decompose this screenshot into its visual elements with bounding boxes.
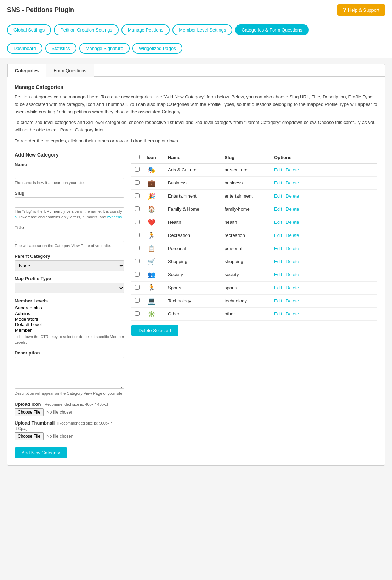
nav-categories-form-questions[interactable]: Categories & Form Questions (235, 24, 308, 35)
row-checkbox-11[interactable] (135, 311, 140, 316)
nav-member-level-settings[interactable]: Member Level Settings (172, 24, 232, 35)
description-textarea[interactable] (15, 357, 124, 389)
nav-manage-signature[interactable]: Manage Signature (79, 43, 130, 54)
edit-category-link[interactable]: Edit (274, 233, 282, 238)
row-checkbox-3[interactable] (135, 206, 140, 211)
row-checkbox-cell (131, 176, 143, 189)
category-icon: 🛒 (147, 258, 157, 266)
member-level-superadmins[interactable]: Superadmins (15, 305, 124, 311)
row-checkbox-0[interactable] (135, 167, 140, 172)
add-new-category-button[interactable]: Add New Category (15, 447, 67, 458)
row-name-cell: Health (164, 216, 221, 229)
row-slug-cell: personal (221, 242, 271, 255)
row-checkbox-9[interactable] (135, 285, 140, 290)
nav-petition-creation-settings[interactable]: Petition Creation Settings (54, 24, 119, 35)
row-name-cell: Technology (164, 294, 221, 307)
row-checkbox-10[interactable] (135, 298, 140, 303)
icon-file-status: No file chosen (46, 410, 73, 415)
nav-global-settings[interactable]: Global Settings (7, 24, 51, 35)
edit-category-link[interactable]: Edit (274, 259, 282, 264)
category-name: Other (168, 311, 180, 317)
row-checkbox-4[interactable] (135, 220, 140, 224)
slug-hint-hyphens-link[interactable]: hyphens (107, 215, 122, 219)
category-name: Entertainment (168, 193, 197, 199)
th-checkbox (131, 152, 143, 164)
th-options: Options (271, 152, 377, 164)
row-name-cell: Business (164, 176, 221, 189)
edit-category-link[interactable]: Edit (274, 246, 282, 251)
nav-dashboard[interactable]: Dashboard (7, 43, 42, 54)
row-checkbox-1[interactable] (135, 180, 140, 185)
delete-category-link[interactable]: Delete (286, 298, 299, 303)
nav-widgetized-pages[interactable]: Widgetized Pages (132, 43, 182, 54)
delete-category-link[interactable]: Delete (286, 246, 299, 251)
row-icon-cell: 💻 (143, 294, 164, 307)
row-checkbox-7[interactable] (135, 259, 140, 263)
title-input[interactable] (15, 232, 124, 242)
edit-category-link[interactable]: Edit (274, 206, 282, 212)
table-row: 💼 Business business Edit | Delete (131, 176, 377, 189)
upload-thumbnail-row: Choose File No file chosen (15, 432, 124, 440)
delete-selected-button[interactable]: Delete Selected (131, 325, 178, 336)
member-level-moderators[interactable]: Moderators (15, 317, 124, 322)
nav-manage-petitions[interactable]: Manage Petitions (121, 24, 170, 35)
tab-bar: Categories Form Questions (7, 64, 385, 77)
member-level-admins[interactable]: Admins (15, 311, 124, 317)
delete-category-link[interactable]: Delete (286, 285, 299, 290)
edit-category-link[interactable]: Edit (274, 272, 282, 277)
category-name: Recreation (168, 233, 190, 238)
row-slug-cell: health (221, 216, 271, 229)
row-slug-cell: sports (221, 281, 271, 294)
edit-category-link[interactable]: Edit (274, 285, 282, 290)
delete-category-link[interactable]: Delete (286, 220, 299, 225)
select-all-checkbox[interactable] (135, 155, 140, 159)
name-input[interactable] (15, 169, 124, 179)
delete-category-link[interactable]: Delete (286, 311, 299, 317)
delete-category-link[interactable]: Delete (286, 180, 299, 186)
edit-category-link[interactable]: Edit (274, 298, 282, 303)
table-row: 🏃 Sports sports Edit | Delete (131, 281, 377, 294)
help-support-button[interactable]: ? Help & Support (337, 4, 385, 16)
category-icon: ❤️ (147, 218, 157, 226)
nav-statistics[interactable]: Statistics (45, 43, 76, 54)
choose-thumbnail-file-button[interactable]: Choose File (15, 432, 44, 440)
row-icon-cell: ❤️ (143, 216, 164, 229)
row-checkbox-2[interactable] (135, 193, 140, 198)
delete-category-link[interactable]: Delete (286, 193, 299, 199)
category-icon: 🏃 (147, 284, 157, 292)
slug-input[interactable] (15, 197, 124, 208)
row-checkbox-cell (131, 281, 143, 294)
edit-category-link[interactable]: Edit (274, 311, 282, 317)
delete-category-link[interactable]: Delete (286, 259, 299, 264)
category-icon: 💼 (147, 179, 157, 187)
delete-category-link[interactable]: Delete (286, 206, 299, 212)
parent-category-select[interactable]: None (15, 260, 124, 271)
slug-hint-all-link[interactable]: all (15, 215, 18, 219)
th-slug: Slug (221, 152, 271, 164)
upload-thumbnail-group: Upload Thumbnail [Recommended size is: 5… (15, 420, 124, 440)
choose-icon-file-button[interactable]: Choose File (15, 408, 44, 416)
edit-category-link[interactable]: Edit (274, 180, 282, 186)
edit-category-link[interactable]: Edit (274, 220, 282, 225)
row-checkbox-6[interactable] (135, 246, 140, 250)
delete-category-link[interactable]: Delete (286, 272, 299, 277)
member-level-member[interactable]: Member (15, 328, 124, 333)
member-levels-label: Member Levels (15, 298, 124, 303)
tab-categories[interactable]: Categories (7, 64, 46, 77)
row-name-cell: Arts & Culture (164, 163, 221, 176)
row-checkbox-cell (131, 163, 143, 176)
member-level-default[interactable]: Default Level (15, 322, 124, 328)
delete-category-link[interactable]: Delete (286, 233, 299, 238)
row-checkbox-8[interactable] (135, 272, 140, 277)
upload-icon-row: Choose File No file chosen (15, 408, 124, 416)
row-checkbox-5[interactable] (135, 233, 140, 237)
member-levels-listbox[interactable]: Superadmins Admins Moderators Default Le… (15, 305, 124, 333)
parent-category-label: Parent Category (15, 254, 124, 259)
tab-form-questions[interactable]: Form Questions (46, 64, 93, 77)
row-name-cell: Shopping (164, 255, 221, 268)
map-profile-type-select[interactable] (15, 283, 124, 293)
edit-category-link[interactable]: Edit (274, 167, 282, 172)
delete-category-link[interactable]: Delete (286, 167, 299, 172)
description-label: Description (15, 350, 124, 356)
edit-category-link[interactable]: Edit (274, 193, 282, 199)
